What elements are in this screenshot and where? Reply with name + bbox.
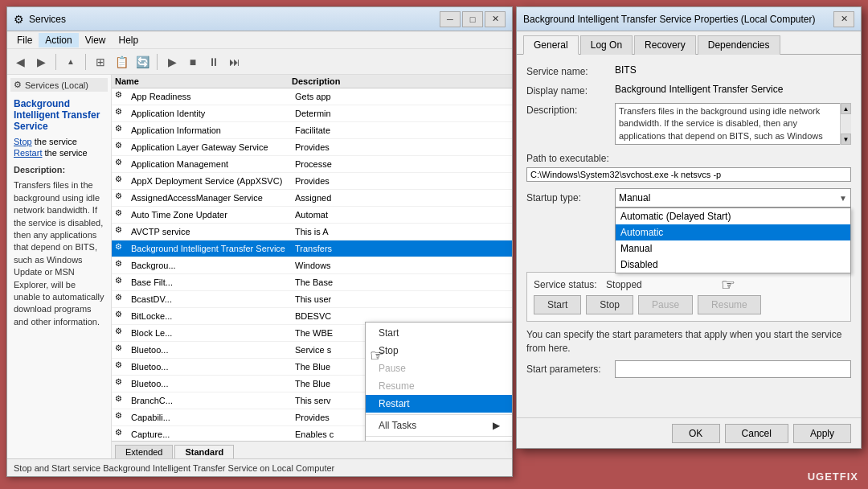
back-button[interactable]: ◀	[10, 52, 30, 72]
ctx-separator-1	[366, 414, 512, 415]
scroll-up-button[interactable]: ▲	[841, 103, 851, 114]
bottom-tabs: Extended Standard	[112, 441, 512, 458]
list-item[interactable]: ⚙ Application Management Processe	[112, 156, 512, 173]
list-item[interactable]: ⚙ Base Filt... The Base	[112, 274, 512, 291]
option-auto-delayed[interactable]: Automatic (Delayed Start)	[616, 208, 850, 224]
description-text: Transfers files in the background using …	[14, 179, 104, 328]
tab-general[interactable]: General	[523, 35, 579, 55]
services-list-area: ⚙ App Readiness Gets app ⚙ Application I…	[112, 88, 512, 441]
startup-type-dropdown[interactable]: Manual ▼	[615, 188, 851, 208]
display-name-value: Background Intelligent Transfer Service	[615, 84, 851, 95]
display-name-label: Display name:	[526, 84, 615, 97]
menu-view[interactable]: View	[79, 33, 113, 47]
pause-service-button: Pause	[638, 295, 693, 314]
maximize-button[interactable]: □	[462, 11, 483, 27]
ctx-restart[interactable]: Restart	[366, 395, 512, 413]
ctx-pause: Pause	[366, 360, 512, 377]
menu-action[interactable]: Action	[39, 33, 78, 47]
up-button[interactable]: ▲	[61, 52, 80, 72]
the-service-2: the service	[45, 148, 88, 158]
description-value: Transfers files in the background using …	[615, 103, 851, 145]
dialog-close-button[interactable]: ✕	[833, 11, 854, 27]
tab-logon[interactable]: Log On	[580, 35, 633, 55]
restart-link[interactable]: Restart	[14, 148, 42, 158]
properties-dialog: Background Intelligent Transfer Service …	[516, 6, 862, 449]
params-row: Start parameters:	[526, 360, 851, 378]
left-panel-service-name: Background Intelligent Transfer Service	[14, 98, 104, 132]
stop-link-row: Stop the service	[14, 137, 104, 146]
option-disabled[interactable]: Disabled	[616, 257, 850, 273]
stop-service-button[interactable]: Stop	[586, 295, 633, 314]
service-status-label: Service status: Stopped	[534, 279, 844, 290]
option-automatic[interactable]: Automatic	[616, 224, 850, 240]
restart-toolbar-button[interactable]: ⏭	[225, 52, 244, 72]
tab-extended[interactable]: Extended	[115, 445, 173, 458]
toolbar-btn-3[interactable]: 📋	[112, 52, 131, 72]
forward-button[interactable]: ▶	[31, 52, 51, 72]
list-header: Name Description	[112, 75, 512, 88]
path-label: Path to executable:	[526, 151, 851, 164]
stop-link[interactable]: Stop	[14, 137, 32, 146]
option-manual[interactable]: Manual	[616, 240, 850, 257]
title-bar-buttons: ─ □ ✕	[440, 11, 506, 27]
tab-recovery[interactable]: Recovery	[634, 35, 696, 55]
pause-button[interactable]: ⏸	[204, 52, 223, 72]
description-label: Description:	[14, 164, 104, 176]
content-area: ⚙ Services (Local) Background Intelligen…	[7, 75, 512, 458]
menu-file[interactable]: File	[10, 33, 39, 47]
ok-button[interactable]: OK	[672, 424, 720, 443]
list-item[interactable]: ⚙ Application Information Facilitate	[112, 122, 512, 139]
context-menu: Start Stop Pause Resume Restart All Task…	[365, 322, 512, 441]
apply-button[interactable]: Apply	[793, 424, 851, 443]
startup-dropdown-options: Automatic (Delayed Start) Automatic Manu…	[615, 208, 851, 273]
list-item[interactable]: ⚙ AssignedAccessManager Service Assigned	[112, 190, 512, 207]
watermark-text: UGETFIX	[808, 471, 858, 483]
play-button[interactable]: ▶	[162, 52, 182, 72]
status-buttons: Start Stop Pause Resume	[534, 295, 844, 314]
status-bar: Stop and Start service Background Intell…	[7, 458, 512, 476]
dropdown-arrow-icon: ▼	[839, 194, 847, 203]
scroll-down-button[interactable]: ▼	[841, 134, 851, 145]
minimize-button[interactable]: ─	[440, 11, 461, 27]
toolbar-btn-4[interactable]: 🔄	[133, 52, 152, 72]
start-params-input[interactable]	[615, 360, 851, 378]
main-panel: Name Description ⚙ App Readiness Gets ap…	[112, 75, 512, 458]
list-item[interactable]: ⚙ AVCTP service This is A	[112, 224, 512, 240]
scroll-track	[841, 114, 851, 134]
ctx-all-tasks[interactable]: All Tasks ▶	[366, 417, 512, 434]
ctx-refresh[interactable]: Refresh	[366, 438, 512, 441]
ctx-start[interactable]: Start	[366, 324, 512, 342]
list-item[interactable]: ⚙ BcastDV... This user	[112, 291, 512, 308]
tab-standard[interactable]: Standard	[174, 445, 234, 458]
description-row: Description: Transfers files in the back…	[526, 103, 851, 145]
menu-help[interactable]: Help	[113, 33, 145, 47]
toolbar-separator-3	[157, 54, 158, 70]
toolbar-separator-2	[85, 54, 86, 70]
col-header-name: Name	[115, 76, 292, 86]
list-item[interactable]: ⚙ Backgrou... Windows	[112, 257, 512, 274]
start-params-section: You can specify the start parameters tha…	[526, 328, 851, 378]
startup-dropdown-wrapper: Manual ▼ Automatic (Delayed Start) Autom…	[615, 188, 851, 208]
ctx-separator-2	[366, 436, 512, 437]
tab-dependencies[interactable]: Dependencies	[698, 35, 780, 55]
services-title-bar: ⚙ Services ─ □ ✕	[7, 7, 512, 31]
cancel-button[interactable]: Cancel	[725, 424, 788, 443]
dialog-buttons: OK Cancel Apply	[517, 417, 861, 448]
list-item-selected[interactable]: ⚙ Background Intelligent Transfer Servic…	[112, 240, 512, 257]
ctx-stop[interactable]: Stop	[366, 342, 512, 360]
description-scrollbar[interactable]: ▲ ▼	[840, 103, 851, 145]
close-button[interactable]: ✕	[485, 11, 506, 27]
list-item[interactable]: ⚙ Application Layer Gateway Service Prov…	[112, 139, 512, 156]
start-service-button[interactable]: Start	[534, 295, 581, 314]
startup-type-value: Manual	[619, 192, 650, 203]
list-item[interactable]: ⚙ Application Identity Determin	[112, 105, 512, 122]
path-row: Path to executable: C:\Windows\System32\…	[526, 151, 851, 182]
list-item[interactable]: ⚙ AppX Deployment Service (AppXSVC) Prov…	[112, 173, 512, 190]
col-header-desc: Description	[292, 76, 509, 86]
show-hide-button[interactable]: ⊞	[91, 52, 110, 72]
list-item[interactable]: ⚙ App Readiness Gets app	[112, 88, 512, 105]
params-description: You can specify the start parameters tha…	[526, 328, 851, 355]
list-item[interactable]: ⚙ Auto Time Zone Updater Automat	[112, 207, 512, 224]
dialog-tabs: General Log On Recovery Dependencies	[517, 31, 861, 55]
stop-button[interactable]: ■	[183, 52, 203, 72]
